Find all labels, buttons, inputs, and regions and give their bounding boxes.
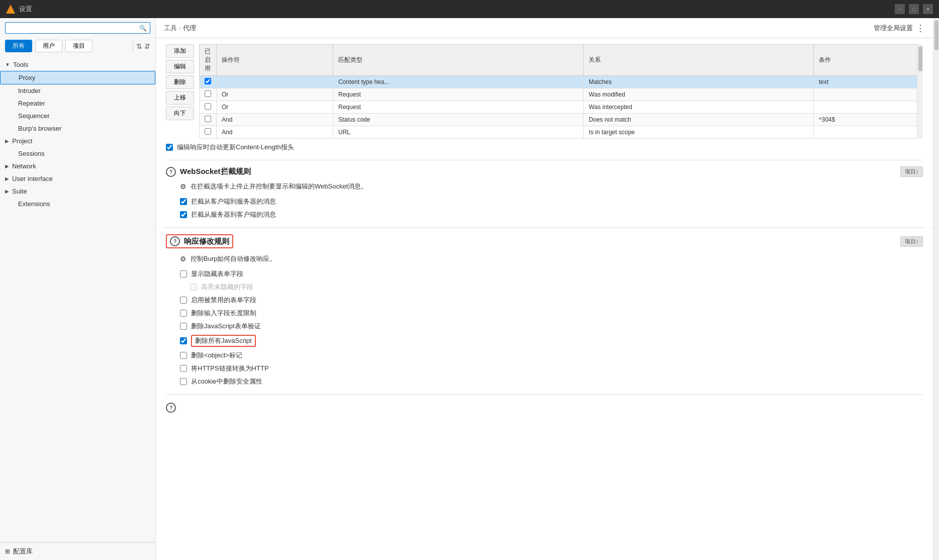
- gear-icon2: ⚙: [180, 255, 186, 263]
- topbar-settings[interactable]: 管理全局设置 ⋮: [874, 23, 925, 34]
- row4-enabled[interactable]: [200, 114, 217, 126]
- table-row[interactable]: Or Request Was intercepted: [200, 101, 923, 114]
- websocket-option-1-label: 拦截从客户端到服务器的消息: [191, 197, 276, 206]
- move-up-button[interactable]: 上移: [166, 91, 194, 105]
- sidebar-item-network[interactable]: ▶ Network: [0, 160, 155, 172]
- sidebar-sessions-label: Sessions: [18, 150, 45, 157]
- response-opt-7[interactable]: 将HTTPS链接转换为HTTP: [166, 362, 923, 375]
- manage-global-settings-label[interactable]: 管理全局设置: [874, 24, 913, 33]
- response-checkbox-7[interactable]: [180, 365, 187, 372]
- minimize-button[interactable]: ─: [895, 4, 905, 14]
- response-opt-6[interactable]: 删除<object>标记: [166, 349, 923, 362]
- table-row[interactable]: Content type hea... Matches text: [200, 76, 923, 88]
- row1-operator: [217, 76, 333, 88]
- table-row[interactable]: And Status code Does not match ^304$: [200, 114, 923, 126]
- breadcrumb: 工具 › 代理: [164, 24, 196, 33]
- search-input[interactable]: [9, 24, 139, 32]
- response-checkbox-5[interactable]: [180, 337, 187, 344]
- sidebar-item-sessions[interactable]: Sessions: [0, 147, 155, 160]
- sort-desc-icon[interactable]: ⇵: [144, 42, 150, 50]
- sort-asc-icon[interactable]: ⇅: [136, 42, 142, 50]
- edit-button[interactable]: 编辑: [166, 60, 194, 73]
- window-title: 设置: [19, 5, 32, 14]
- response-title: 响应修改规则: [184, 237, 229, 246]
- response-checkbox-3[interactable]: [180, 310, 187, 317]
- right-scrollbar[interactable]: [933, 18, 939, 560]
- response-checkbox-1[interactable]: [180, 270, 187, 277]
- row2-relation: Was modified: [584, 88, 814, 101]
- sidebar-item-sequencer[interactable]: Sequencer: [0, 110, 155, 122]
- row5-enabled[interactable]: [200, 126, 217, 139]
- right-scroll-thumb: [934, 20, 938, 50]
- sidebar-item-proxy[interactable]: Proxy: [0, 71, 155, 84]
- row4-relation: Does not match: [584, 114, 814, 126]
- table-row[interactable]: And URL Is in target scope: [200, 126, 923, 139]
- maximize-button[interactable]: □: [909, 4, 919, 14]
- row2-enabled[interactable]: [200, 88, 217, 101]
- scope-all-button[interactable]: 所有: [5, 40, 32, 52]
- response-checkbox-6[interactable]: [180, 352, 187, 359]
- scope-project-button[interactable]: 项目: [65, 40, 92, 52]
- col-enabled: 已启用: [200, 45, 217, 76]
- response-opt-5-label: 删除所有JavaScript: [191, 335, 256, 347]
- add-button[interactable]: 添加: [166, 44, 194, 58]
- row2-matchtype: Request: [333, 88, 584, 101]
- response-title-box: ? 响应修改规则: [166, 234, 233, 248]
- chevron-down-icon: ▼: [5, 62, 10, 67]
- sidebar-item-extensions[interactable]: Extensions: [0, 198, 155, 210]
- sidebar-item-burpbrowser[interactable]: Burp's browser: [0, 122, 155, 135]
- websocket-checkbox-2[interactable]: [180, 211, 187, 218]
- sidebar: 🔍 所有 用户 项目 ⇅ ⇵ ▼ Tools Proxy Intruder: [0, 18, 156, 560]
- bottom-help-icon[interactable]: ?: [166, 403, 176, 413]
- sidebar-tools-label: Tools: [13, 61, 28, 68]
- response-checkbox-2[interactable]: [180, 297, 187, 304]
- scrollbar[interactable]: [917, 44, 923, 139]
- response-opt-5[interactable]: 删除所有JavaScript: [166, 333, 923, 349]
- response-header: ? 响应修改规则 项目↕: [166, 234, 923, 248]
- response-opt-8[interactable]: 从cookie中删除安全属性: [166, 375, 923, 388]
- config-library-button[interactable]: ⊞ 配置库: [0, 542, 155, 560]
- sidebar-network-label: Network: [12, 162, 36, 170]
- content-area: 添加 编辑 删除 上移 向下 已启用 操作符 匹配类型 关系: [156, 38, 933, 560]
- auto-update-checkbox[interactable]: [166, 144, 173, 151]
- response-help-icon[interactable]: ?: [170, 236, 180, 246]
- breadcrumb-tools[interactable]: 工具: [164, 24, 177, 33]
- websocket-help-icon[interactable]: ?: [166, 167, 176, 177]
- response-opt-4[interactable]: 删除JavaScript表单验证: [166, 320, 923, 333]
- response-opt-8-label: 从cookie中删除安全属性: [191, 377, 262, 386]
- row1-enabled[interactable]: [200, 76, 217, 88]
- row3-enabled[interactable]: [200, 101, 217, 114]
- websocket-checkbox-1[interactable]: [180, 198, 187, 205]
- response-opt-3-label: 删除输入字段长度限制: [191, 309, 256, 318]
- response-checkbox-4[interactable]: [180, 323, 187, 330]
- response-opt-3[interactable]: 删除输入字段长度限制: [166, 307, 923, 320]
- topbar: 工具 › 代理 管理全局设置 ⋮: [156, 18, 933, 38]
- search-input-wrap[interactable]: 🔍: [5, 22, 150, 34]
- sidebar-item-intruder[interactable]: Intruder: [0, 84, 155, 97]
- sidebar-item-userinterface[interactable]: ▶ User interface: [0, 172, 155, 185]
- sidebar-item-project[interactable]: ▶ Project: [0, 135, 155, 147]
- row1-relation: Matches: [584, 76, 814, 88]
- main-content: 工具 › 代理 管理全局设置 ⋮ 添加 编辑 删除 上移 向下: [156, 18, 933, 560]
- response-checkbox-8[interactable]: [180, 378, 187, 385]
- websocket-title: WebSocket拦截规则: [180, 167, 251, 176]
- sidebar-item-tools[interactable]: ▼ Tools: [0, 58, 155, 71]
- sidebar-item-repeater[interactable]: Repeater: [0, 97, 155, 110]
- response-opt-1[interactable]: 显示隐藏表单字段: [166, 267, 923, 281]
- row3-matchtype: Request: [333, 101, 584, 114]
- table-row[interactable]: Or Request Was modified: [200, 88, 923, 101]
- move-down-button[interactable]: 向下: [166, 107, 194, 120]
- sidebar-item-suite[interactable]: ▶ Suite: [0, 185, 155, 198]
- scope-user-button[interactable]: 用户: [35, 40, 62, 52]
- websocket-option-1[interactable]: 拦截从客户端到服务器的消息: [166, 195, 923, 208]
- sidebar-suite-label: Suite: [12, 188, 27, 195]
- delete-button[interactable]: 删除: [166, 75, 194, 89]
- response-checkbox-1a: [190, 284, 197, 291]
- response-opt-2[interactable]: 启用被禁用的表单字段: [166, 294, 923, 307]
- websocket-badge: 项目↕: [900, 166, 923, 177]
- row1-matchtype: Content type hea...: [333, 76, 584, 88]
- websocket-desc: 在拦截选项卡上停止并控制要显示和编辑的WebSocket消息。: [191, 182, 367, 191]
- topbar-menu-icon[interactable]: ⋮: [916, 23, 925, 34]
- websocket-option-2[interactable]: 拦截从服务器到客户端的消息: [166, 208, 923, 221]
- close-button[interactable]: ✕: [923, 4, 933, 14]
